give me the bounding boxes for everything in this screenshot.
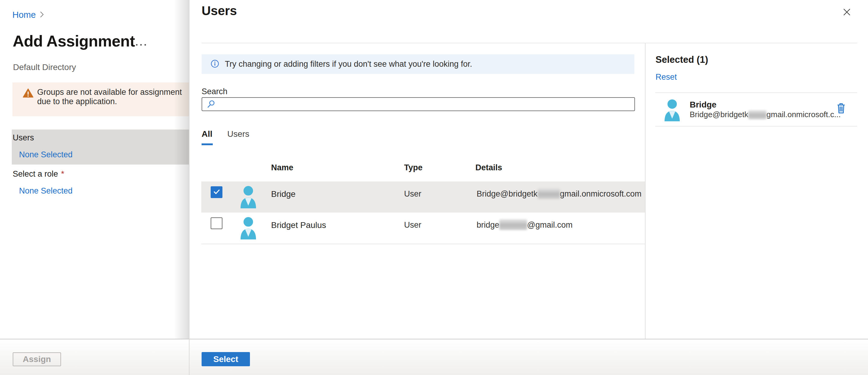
remove-selected-button[interactable] <box>837 103 845 115</box>
column-header-type: Type <box>404 163 423 172</box>
footer-divider <box>0 339 868 339</box>
info-banner-text: Try changing or adding filters if you do… <box>225 60 472 69</box>
row-name: Bridget Paulus <box>271 220 326 230</box>
panel-shadow <box>174 0 189 375</box>
row-checkbox-unchecked[interactable] <box>211 217 222 229</box>
row-type: User <box>404 220 421 230</box>
selected-item-divider <box>655 92 857 93</box>
footer-background <box>0 339 868 375</box>
selected-heading: Selected (1) <box>655 54 708 65</box>
warning-icon <box>23 88 34 99</box>
row-details: bridge@gmail.com <box>476 219 573 230</box>
role-none-selected-link[interactable]: None Selected <box>19 186 72 196</box>
sidebar-item-users-label: Users <box>13 133 34 142</box>
active-tab-underline <box>202 143 213 145</box>
panel-left-border <box>189 0 189 375</box>
close-icon <box>843 13 851 17</box>
add-assignment-screen: Home Add Assignment Default Directory Gr… <box>0 0 868 375</box>
redacted-text <box>499 219 527 230</box>
column-header-details: Details <box>475 163 502 172</box>
selected-item-divider <box>655 126 857 127</box>
row-checkbox-checked[interactable] <box>211 186 222 198</box>
user-avatar-icon <box>663 99 682 123</box>
column-header-name: Name <box>271 163 293 172</box>
info-icon <box>211 60 219 69</box>
trash-icon <box>837 110 845 115</box>
close-button[interactable] <box>842 8 851 17</box>
chevron-right-icon <box>40 10 44 20</box>
sidebar-item-users[interactable]: Users None Selected <box>12 130 199 165</box>
tab-users[interactable]: Users <box>227 129 249 139</box>
redacted-text <box>748 110 767 119</box>
page-title: Add Assignment <box>13 32 135 50</box>
selected-item-name: Bridge <box>690 100 717 110</box>
search-label: Search <box>202 87 227 96</box>
search-field <box>202 97 635 111</box>
sidebar-item-role-label: Select a role* <box>13 169 64 179</box>
home-link[interactable]: Home <box>12 10 36 20</box>
row-type: User <box>404 189 421 199</box>
row-details: Bridge@bridgetkgmail.onmicrosoft.com <box>476 188 642 199</box>
row-name: Bridge <box>271 189 296 199</box>
reset-link[interactable]: Reset <box>655 72 677 82</box>
sidebar-item-select-role[interactable]: Select a role* None Selected <box>12 166 199 201</box>
selected-item-email: Bridge@bridgetkgmail.onmicrosoft.c... <box>690 110 841 119</box>
page-subtitle: Default Directory <box>13 63 76 72</box>
breadcrumb: Home <box>12 10 44 20</box>
table-row[interactable]: Bridget Paulus User bridge@gmail.com <box>201 212 645 244</box>
vertical-divider <box>645 43 646 339</box>
checkmark-icon <box>213 188 221 197</box>
warning-text: Groups are not available for assignment … <box>37 88 190 106</box>
user-avatar-icon <box>239 217 258 241</box>
panel-title: Users <box>202 4 237 18</box>
search-icon <box>207 100 215 110</box>
warning-banner: Groups are not available for assignment … <box>12 82 195 116</box>
user-avatar-icon <box>239 186 258 209</box>
more-options-button[interactable] <box>136 44 146 45</box>
users-none-selected-link[interactable]: None Selected <box>19 150 72 160</box>
table-row[interactable]: Bridge User Bridge@bridgetkgmail.onmicro… <box>201 181 645 212</box>
assign-button[interactable]: Assign <box>13 352 61 366</box>
users-picker-panel: Users Try changing or adding filters if … <box>189 0 868 375</box>
required-asterisk: * <box>61 169 64 178</box>
select-button[interactable]: Select <box>202 352 250 366</box>
title-divider <box>202 43 857 43</box>
search-input[interactable] <box>202 97 635 111</box>
info-banner: Try changing or adding filters if you do… <box>202 54 634 74</box>
redacted-text <box>538 188 560 199</box>
tab-all[interactable]: All <box>202 129 213 139</box>
